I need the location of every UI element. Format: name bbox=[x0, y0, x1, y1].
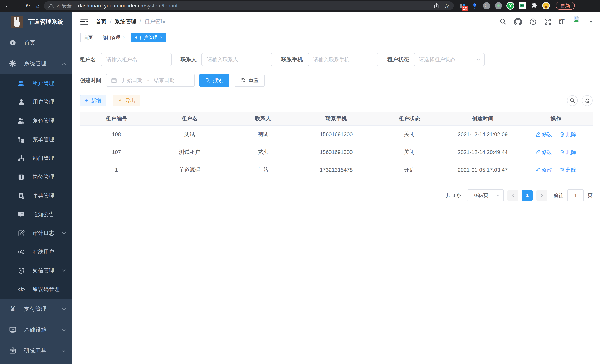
add-button-label: 新增 bbox=[91, 97, 101, 104]
tab-tenant[interactable]: 租户管理 × bbox=[131, 33, 166, 42]
breadcrumb-separator: / bbox=[110, 19, 111, 25]
tab-label: 租户管理 bbox=[140, 35, 157, 40]
sidebar-item-sms[interactable]: 短信管理 bbox=[0, 261, 72, 280]
browser-home-button[interactable]: ⌂ bbox=[34, 2, 42, 10]
tab-dept[interactable]: 部门管理 × bbox=[99, 33, 129, 42]
edit-link[interactable]: 修改 bbox=[536, 149, 552, 156]
profile-avatar[interactable] bbox=[542, 2, 550, 10]
chrome-update-button[interactable]: 更新 bbox=[556, 2, 575, 10]
edit-link[interactable]: 修改 bbox=[536, 131, 552, 138]
cell-actions: 修改 删除 bbox=[519, 125, 593, 143]
font-size-icon[interactable]: tT bbox=[559, 18, 564, 26]
sidebar-item-notice[interactable]: 通知公告 bbox=[0, 205, 72, 224]
chrome-menu-icon[interactable]: ⋮ bbox=[579, 3, 584, 9]
sidebar-item-audit-log[interactable]: 审计日志 bbox=[0, 224, 72, 243]
sidebar-item-home[interactable]: 首页 bbox=[0, 32, 72, 53]
share-icon[interactable] bbox=[434, 3, 439, 9]
user-icon bbox=[18, 99, 25, 105]
dictionary-icon bbox=[18, 192, 25, 199]
sidebar-item-system[interactable]: 系统管理 bbox=[0, 53, 72, 74]
sidebar-item-label: 用户管理 bbox=[33, 98, 54, 106]
sidebar-item-dev-tools[interactable]: 研发工具 bbox=[0, 340, 72, 361]
url-path[interactable]: /system/tenant bbox=[144, 3, 178, 9]
status-select[interactable]: 请选择租户状态 bbox=[414, 53, 485, 66]
search-button[interactable]: 搜索 bbox=[199, 74, 229, 87]
range-separator: - bbox=[147, 77, 149, 83]
address-bar[interactable]: 不安全 dashboard.yudao.iocoder.cn /system/t… bbox=[44, 1, 454, 10]
reset-button-label: 重置 bbox=[248, 77, 259, 84]
page-1-button[interactable]: 1 bbox=[522, 190, 533, 201]
cell-status: 关闭 bbox=[373, 125, 446, 143]
extensions-puzzle-icon[interactable] bbox=[530, 2, 538, 10]
sidebar-item-online-user[interactable]: 在线用户 bbox=[0, 243, 72, 261]
sidebar-item-error-code[interactable]: </> 错误码管理 bbox=[0, 280, 72, 299]
sidebar-logo[interactable]: 芋道管理系统 bbox=[0, 11, 72, 32]
page-jumper-input[interactable] bbox=[567, 189, 584, 201]
export-button[interactable]: 导出 bbox=[112, 95, 141, 106]
mobile-label: 联系手机 bbox=[281, 56, 303, 63]
cell-contact: 芋艿 bbox=[226, 161, 300, 179]
user-avatar[interactable] bbox=[572, 14, 585, 29]
fullscreen-icon[interactable] bbox=[544, 18, 551, 25]
sidebar-item-tenant[interactable]: 租户管理 bbox=[0, 74, 72, 93]
create-time-range-picker[interactable]: 开始日期 - 结束日期 bbox=[106, 74, 195, 87]
extension-recorder-icon[interactable] bbox=[495, 2, 502, 10]
extension-y-icon[interactable]: Y bbox=[506, 2, 514, 10]
sidebar-item-dict[interactable]: 字典管理 bbox=[0, 186, 72, 205]
start-date-placeholder: 开始日期 bbox=[122, 77, 142, 84]
refresh-icon bbox=[240, 78, 246, 83]
contact-input[interactable] bbox=[201, 53, 272, 66]
chevron-down-icon bbox=[62, 230, 66, 234]
sidebar-item-pay[interactable]: ¥ 支付管理 bbox=[0, 299, 72, 319]
refresh-table-button[interactable] bbox=[582, 95, 593, 106]
next-page-button[interactable] bbox=[536, 190, 547, 201]
browser-back-button[interactable]: ← bbox=[4, 2, 12, 10]
header-search-icon[interactable] bbox=[500, 18, 507, 25]
tab-close-icon[interactable]: × bbox=[160, 35, 162, 40]
col-actions: 操作 bbox=[519, 112, 593, 125]
mobile-input[interactable] bbox=[308, 53, 378, 66]
extension-chat-icon[interactable] bbox=[518, 2, 526, 10]
help-icon[interactable] bbox=[529, 18, 537, 25]
delete-link[interactable]: 删除 bbox=[560, 131, 576, 138]
prev-page-button[interactable] bbox=[507, 190, 518, 201]
url-host[interactable]: dashboard.yudao.iocoder.cn bbox=[78, 3, 143, 9]
sidebar-item-post[interactable]: 岗位管理 bbox=[0, 168, 72, 186]
sidebar-item-user[interactable]: 用户管理 bbox=[0, 93, 72, 111]
tab-close-icon[interactable]: × bbox=[123, 35, 125, 40]
edit-link[interactable]: 修改 bbox=[536, 166, 552, 173]
breadcrumb-home[interactable]: 首页 bbox=[96, 18, 106, 25]
tenant-name-input[interactable] bbox=[101, 53, 172, 66]
top-navbar: 首页 / 系统管理 / 租户管理 tT ▾ bbox=[72, 11, 600, 32]
delete-link[interactable]: 删除 bbox=[560, 166, 576, 173]
sidebar-toggle-button[interactable] bbox=[80, 18, 88, 25]
delete-link[interactable]: 删除 bbox=[560, 149, 576, 156]
col-mobile: 联系手机 bbox=[300, 112, 373, 125]
browser-reload-button[interactable]: ↻ bbox=[24, 2, 32, 10]
table-row: 108 测试 测试 15601691300 关闭 2021-12-14 21:0… bbox=[80, 125, 593, 143]
page-size-select[interactable]: 10条/页 bbox=[467, 189, 504, 201]
sidebar-item-menu[interactable]: 菜单管理 bbox=[0, 130, 72, 149]
security-warning-icon[interactable] bbox=[48, 3, 54, 9]
sidebar-item-infra[interactable]: 基础设施 bbox=[0, 319, 72, 340]
security-label[interactable]: 不安全 bbox=[57, 2, 72, 9]
sidebar-item-label: 租户管理 bbox=[33, 80, 54, 87]
cell-contact: 测试 bbox=[226, 125, 300, 143]
sidebar-item-dept[interactable]: 部门管理 bbox=[0, 149, 72, 168]
toggle-search-button[interactable] bbox=[567, 95, 578, 106]
extension-tasks-icon[interactable]: 10 bbox=[459, 2, 467, 10]
cell-tenant-name: 芋道源码 bbox=[153, 161, 226, 179]
github-icon[interactable] bbox=[514, 18, 522, 26]
breadcrumb-system[interactable]: 系统管理 bbox=[115, 18, 136, 25]
tab-home[interactable]: 首页 bbox=[80, 33, 96, 42]
sidebar-item-role[interactable]: 角色管理 bbox=[0, 111, 72, 130]
avatar-dropdown-caret-icon[interactable]: ▾ bbox=[590, 19, 592, 25]
browser-chrome: ← → ↻ ⌂ 不安全 dashboard.yudao.iocoder.cn /… bbox=[0, 0, 600, 11]
extension-kite-icon[interactable] bbox=[471, 2, 479, 10]
add-button[interactable]: + 新增 bbox=[80, 95, 106, 106]
browser-forward-button[interactable]: → bbox=[14, 2, 22, 10]
reset-button[interactable]: 重置 bbox=[234, 74, 264, 87]
bookmark-star-icon[interactable]: ☆ bbox=[444, 2, 449, 9]
dashboard-icon bbox=[9, 39, 17, 46]
extension-command-icon[interactable]: ⌘ bbox=[483, 2, 490, 10]
